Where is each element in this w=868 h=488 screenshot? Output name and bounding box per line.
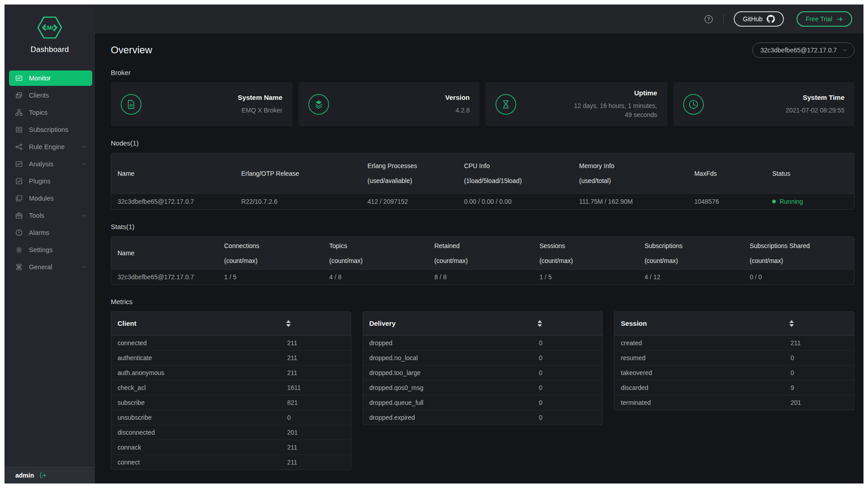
- table-cell: R22/10.7.2.6: [241, 194, 368, 209]
- sidebar-item-label: Topics: [29, 109, 87, 116]
- metric-value: 211: [287, 444, 350, 451]
- column-header: CPU Info(1load/5load/15load): [464, 153, 579, 193]
- monitor-icon: [15, 75, 23, 82]
- node-selector[interactable]: 32c3dbefbe65@172.17.0.7: [752, 42, 854, 58]
- sidebar-item-settings[interactable]: Settings: [9, 242, 92, 258]
- table-cell: 4 / 8: [329, 270, 434, 284]
- table-cell: 0.00 / 0.00 / 0.00: [464, 194, 579, 209]
- table-cell: 111.75M / 162.90M: [579, 194, 694, 209]
- sidebar-item-rule-engine[interactable]: Rule Engine: [9, 139, 92, 155]
- help-icon[interactable]: ?: [704, 14, 713, 24]
- metric-name: dropped.no_local: [363, 354, 539, 361]
- logout-icon[interactable]: [39, 472, 47, 479]
- metric-value: 9: [791, 384, 854, 391]
- layers-icon: [308, 94, 329, 115]
- chevron-down-icon: [81, 144, 87, 150]
- sidebar-item-label: Settings: [29, 246, 87, 253]
- sidebar-item-subscriptions[interactable]: Subscriptions: [9, 122, 92, 137]
- rule-engine-icon: [15, 143, 23, 150]
- sidebar-item-modules[interactable]: Modules: [9, 191, 92, 206]
- sidebar-item-label: Tools: [29, 212, 81, 219]
- sidebar-item-tools[interactable]: Tools: [9, 208, 92, 223]
- stats-table: NameConnections(count/max)Topics(count/m…: [111, 236, 854, 285]
- svg-text:?: ?: [707, 16, 710, 22]
- sidebar-item-plugins[interactable]: Plugins: [9, 174, 92, 189]
- node-selector-value: 32c3dbefbe65@172.17.0.7: [760, 47, 837, 54]
- free-trial-label: Free Trial: [806, 15, 832, 23]
- analysis-icon: [15, 160, 23, 168]
- broker-card-version: Version4.2.8: [298, 82, 480, 126]
- metric-row: dropped.expired0: [363, 410, 603, 425]
- metric-name: takeovered: [614, 369, 790, 376]
- card-info: System Time2021-07-02 08:29:55: [786, 94, 844, 115]
- github-icon: [767, 15, 775, 23]
- table-row: 32c3dbefbe65@172.17.0.7R22/10.7.2.6412 /…: [111, 193, 854, 209]
- metric-value: 201: [791, 399, 854, 406]
- metric-table-client: Clientconnected211authenticate211auth.an…: [111, 311, 351, 470]
- card-info: Version4.2.8: [445, 94, 470, 115]
- user-bar: admin: [5, 467, 95, 483]
- metric-name: authenticate: [111, 354, 287, 361]
- metric-value: 0: [539, 384, 602, 391]
- sort-icon[interactable]: [538, 320, 542, 327]
- main-area: ? GitHub Free Trial Overview 32c3dbefbe6…: [95, 5, 863, 483]
- metric-value: 211: [287, 459, 350, 466]
- status-badge: Running: [772, 194, 854, 209]
- card-title: Version: [445, 94, 470, 101]
- metric-value: 0: [791, 369, 854, 376]
- document-icon: [121, 94, 142, 115]
- metric-value: 211: [287, 369, 350, 376]
- sort-icon[interactable]: [286, 320, 291, 327]
- table-cell: 412 / 2097152: [368, 194, 464, 209]
- card-title: Uptime: [567, 89, 657, 97]
- column-header: Subscriptions Shared(count/max): [750, 237, 854, 269]
- sidebar-item-clients[interactable]: Clients: [9, 88, 92, 103]
- metric-table-delivery: Deliverydropped0dropped.no_local0dropped…: [363, 311, 603, 425]
- free-trial-button[interactable]: Free Trial: [797, 11, 852, 27]
- sidebar-item-alarms[interactable]: Alarms: [9, 225, 92, 240]
- metric-value: 0: [791, 354, 854, 361]
- column-header: Topics(count/max): [329, 237, 434, 269]
- card-value: 4.2.8: [445, 106, 470, 115]
- metric-name: subscribe: [111, 399, 287, 406]
- sidebar-item-label: Clients: [29, 92, 87, 99]
- card-info: System NameEMQ X Broker: [238, 94, 282, 115]
- sidebar-item-analysis[interactable]: Analysis: [9, 156, 92, 172]
- metric-row: authenticate211: [111, 350, 351, 365]
- metric-row: connected211: [111, 335, 351, 350]
- topics-icon: [15, 109, 23, 116]
- metric-name: terminated: [614, 399, 790, 406]
- metric-name: resumed: [614, 354, 790, 361]
- metric-value: 201: [287, 429, 350, 436]
- column-header: Status: [772, 153, 854, 193]
- metric-name: dropped: [363, 339, 539, 347]
- sidebar-item-monitor[interactable]: Monitor: [9, 70, 92, 86]
- metric-value: 211: [287, 354, 350, 361]
- github-button[interactable]: GitHub: [734, 11, 784, 27]
- plugins-icon: [15, 178, 23, 185]
- broker-section-label: Broker: [111, 69, 854, 76]
- clock-icon: [683, 94, 704, 115]
- metric-row: dropped.queue_full0: [363, 395, 603, 410]
- table-row: 32c3dbefbe65@172.17.0.71 / 54 / 88 / 81 …: [111, 269, 854, 284]
- dashboard-title: Dashboard: [5, 45, 95, 54]
- metric-row: dropped.no_local0: [363, 350, 603, 365]
- metric-value: 0: [539, 369, 602, 376]
- sidebar-item-general[interactable]: General: [9, 259, 92, 275]
- column-header: Name: [111, 237, 224, 269]
- topbar-divider: [723, 14, 724, 24]
- table-cell: 1 / 5: [224, 270, 329, 284]
- metric-name: created: [614, 339, 790, 347]
- metric-row: created211: [614, 335, 854, 350]
- table-cell: 8 / 8: [434, 270, 539, 284]
- metric-table-header: Delivery: [363, 312, 603, 335]
- sidebar-item-topics[interactable]: Topics: [9, 105, 92, 120]
- metric-row: dropped0: [363, 335, 603, 350]
- metric-value: 0: [539, 354, 602, 361]
- sort-icon[interactable]: [789, 320, 794, 327]
- alarms-icon: [15, 229, 23, 236]
- subscriptions-icon: [15, 126, 23, 133]
- column-header: Name: [111, 153, 241, 193]
- metric-table-title: Session: [614, 319, 647, 327]
- metric-row: connect211: [111, 455, 351, 469]
